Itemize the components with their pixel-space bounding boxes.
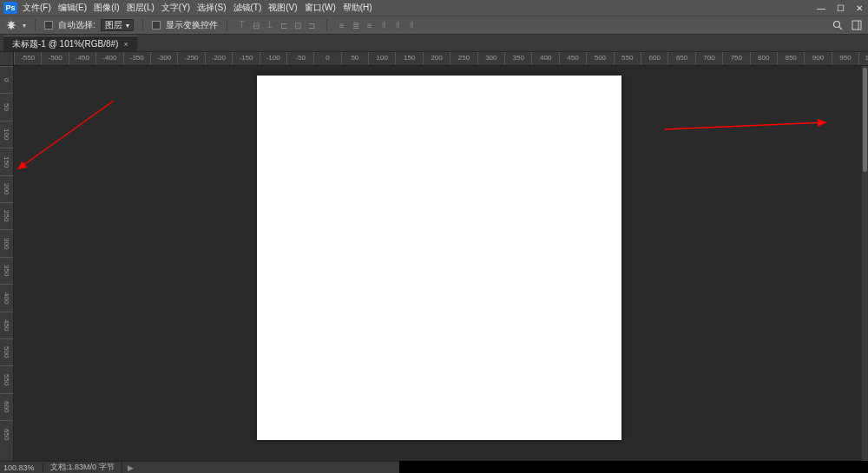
ruler-v-tick: 200 — [0, 175, 13, 202]
ruler-h-tick: 850 — [777, 52, 804, 65]
menu-filter[interactable]: 滤镜(T) — [233, 2, 262, 14]
auto-select-label: 自动选择: — [58, 19, 95, 31]
distribute-bottom-icon[interactable]: ≡ — [364, 19, 376, 31]
ruler-v-tick: 300 — [0, 229, 13, 256]
auto-select-checkbox[interactable] — [44, 21, 53, 30]
ruler-h-tick: 900 — [804, 52, 831, 65]
close-button[interactable]: ✕ — [854, 3, 865, 13]
taskbar-fragment — [399, 461, 868, 473]
ruler-h-tick: 0 — [313, 52, 340, 65]
ruler-v-tick: 350 — [0, 257, 13, 284]
distribute-vcenter-icon[interactable]: ≣ — [350, 19, 362, 31]
ruler-h-tick: 300 — [477, 52, 504, 65]
ruler-h-tick: -350 — [123, 52, 150, 65]
ruler-h-tick: 350 — [504, 52, 531, 65]
window-controls: — ☐ ✕ — [816, 3, 865, 13]
menu-type[interactable]: 文字(Y) — [161, 2, 190, 14]
ruler-v-tick: 50 — [0, 93, 13, 120]
minimize-button[interactable]: — — [816, 3, 826, 13]
horizontal-ruler[interactable]: -550-500-450-400-350-300-250-200-150-100… — [14, 52, 868, 66]
ruler-v-tick: 500 — [0, 338, 13, 365]
divider — [326, 19, 327, 31]
ruler-corner — [0, 52, 14, 66]
zoom-level[interactable]: 100.83% — [0, 463, 43, 472]
ruler-v-tick: 400 — [0, 284, 13, 311]
menu-edit[interactable]: 编辑(E) — [58, 2, 87, 14]
distribute-icons-group: ≡ ≣ ≡ ⫴ ⫴ ⫴ — [336, 19, 418, 31]
workspace-icon[interactable] — [851, 19, 863, 31]
move-tool-icon[interactable] — [5, 19, 17, 31]
vertical-scrollbar[interactable] — [862, 66, 868, 461]
app-logo: Ps — [3, 2, 17, 14]
divider — [35, 19, 36, 31]
ruler-v-tick: 550 — [0, 365, 13, 392]
ruler-v-tick: 600 — [0, 393, 13, 420]
distribute-hcenter-icon[interactable]: ⫴ — [391, 19, 404, 31]
align-bottom-icon[interactable]: ⟘ — [264, 19, 276, 31]
tab-close-icon[interactable]: × — [123, 40, 128, 49]
distribute-right-icon[interactable]: ⫴ — [405, 19, 418, 31]
auto-select-value: 图层 — [105, 19, 122, 31]
ruler-h-tick: 600 — [641, 52, 667, 65]
auto-select-dropdown[interactable]: 图层 ▾ — [101, 19, 134, 31]
main-menu: 文件(F) 编辑(E) 图像(I) 图层(L) 文字(Y) 选择(S) 滤镜(T… — [23, 2, 372, 14]
ruler-h-tick: 1000 — [858, 52, 868, 65]
document-tab[interactable]: 未标题-1 @ 101%(RGB/8#) × — [3, 36, 137, 51]
scrollbar-thumb[interactable] — [863, 68, 867, 172]
ruler-v-tick: 450 — [0, 312, 13, 338]
distribute-top-icon[interactable]: ≡ — [336, 19, 348, 31]
distribute-left-icon[interactable]: ⫴ — [378, 19, 390, 31]
ruler-v-tick: 100 — [0, 121, 13, 148]
svg-point-0 — [834, 22, 840, 28]
ruler-h-tick: 200 — [423, 52, 450, 65]
ruler-h-tick: 800 — [750, 52, 777, 65]
divider — [142, 19, 143, 31]
ruler-h-tick: -200 — [205, 52, 232, 65]
options-bar: ▾ 自动选择: 图层 ▾ 显示变换控件 ⟙ ⊟ ⟘ ⊏ ⊡ ⊐ ≡ ≣ ≡ ⫴ … — [0, 16, 868, 35]
title-bar: Ps 文件(F) 编辑(E) 图像(I) 图层(L) 文字(Y) 选择(S) 滤… — [0, 0, 868, 16]
ruler-h-tick: -400 — [95, 52, 122, 65]
menu-file[interactable]: 文件(F) — [23, 2, 51, 14]
document-tab-bar: 未标题-1 @ 101%(RGB/8#) × — [0, 35, 868, 52]
svg-line-4 — [23, 101, 114, 166]
divider — [227, 19, 227, 31]
svg-line-1 — [839, 27, 842, 30]
menu-view[interactable]: 视图(V) — [268, 2, 297, 14]
menu-select[interactable]: 选择(S) — [197, 2, 226, 14]
menu-layer[interactable]: 图层(L) — [127, 2, 155, 14]
file-info[interactable]: 文档:1.83M/0 字节 — [43, 462, 122, 473]
ruler-h-tick: 250 — [450, 52, 477, 65]
ruler-h-tick: 450 — [559, 52, 586, 65]
menu-window[interactable]: 窗口(W) — [305, 2, 336, 14]
dropdown-arrow-icon[interactable]: ▾ — [23, 22, 26, 30]
search-icon[interactable] — [832, 19, 844, 31]
ruler-v-tick: 150 — [0, 148, 13, 174]
show-transform-checkbox[interactable] — [152, 21, 161, 30]
align-hcenter-icon[interactable]: ⊡ — [292, 19, 304, 31]
vertical-ruler[interactable]: 050100150200250300350400450500550600650 — [0, 66, 14, 461]
ruler-h-tick: 400 — [531, 52, 558, 65]
ruler-h-tick: 950 — [832, 52, 858, 65]
main-area: 050100150200250300350400450500550600650 — [0, 66, 868, 461]
ruler-h-tick: -50 — [286, 52, 313, 65]
ruler-h-tick: -150 — [232, 52, 259, 65]
ruler-h-tick: -550 — [14, 52, 41, 65]
canvas[interactable] — [257, 76, 621, 440]
annotation-arrow-left — [14, 96, 127, 174]
align-left-icon[interactable]: ⊏ — [278, 19, 290, 31]
menu-image[interactable]: 图像(I) — [94, 2, 119, 14]
document-tab-title: 未标题-1 @ 101%(RGB/8#) — [12, 38, 118, 50]
svg-line-5 — [665, 122, 825, 129]
ruler-h-tick: 50 — [341, 52, 368, 65]
ruler-v-tick: 250 — [0, 202, 13, 229]
align-right-icon[interactable]: ⊐ — [306, 19, 318, 31]
align-vcenter-icon[interactable]: ⊟ — [250, 19, 262, 31]
ruler-h-tick: 100 — [368, 52, 395, 65]
ruler-h-tick: 750 — [722, 52, 749, 65]
status-menu-arrow-icon[interactable]: ▶ — [122, 463, 134, 472]
align-top-icon[interactable]: ⟙ — [236, 19, 248, 31]
canvas-viewport[interactable] — [14, 66, 868, 461]
annotation-arrow-right — [661, 114, 834, 140]
menu-help[interactable]: 帮助(H) — [343, 2, 372, 14]
maximize-button[interactable]: ☐ — [835, 3, 845, 13]
